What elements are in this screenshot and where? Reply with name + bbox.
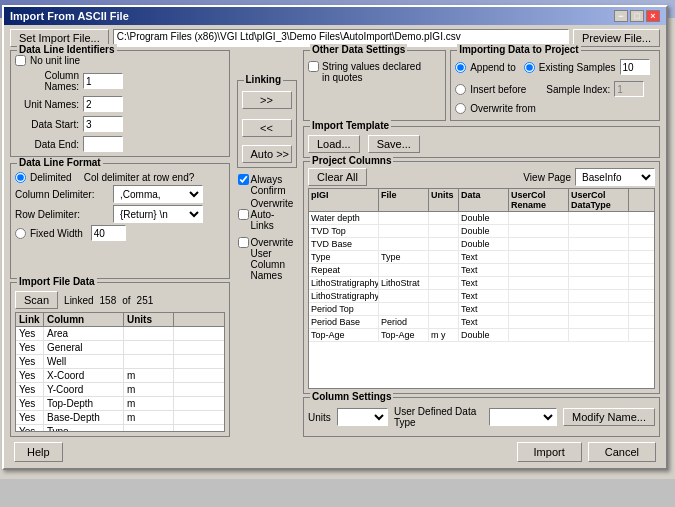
file-row-units: m xyxy=(124,383,174,396)
pcol-row-pigi: Period Top xyxy=(309,303,379,315)
file-table-row[interactable]: Yes X-Coord m xyxy=(16,369,224,383)
project-table-row[interactable]: Period Top Text xyxy=(309,303,654,316)
fixed-width-input[interactable] xyxy=(91,225,126,241)
row-delimiter-select[interactable]: {Return} \n xyxy=(113,205,203,223)
col-delimiter-end-label: Col delimiter at row end? xyxy=(84,172,195,183)
project-table-row[interactable]: Type Type Text xyxy=(309,251,654,264)
right-panel: Other Data Settings String values declar… xyxy=(303,50,660,437)
template-save-button[interactable]: Save... xyxy=(368,135,420,153)
pcol-row-data: Double xyxy=(459,329,509,341)
data-start-input[interactable] xyxy=(83,116,123,132)
string-values-checkbox[interactable] xyxy=(308,61,319,72)
link-button[interactable]: >> xyxy=(242,91,292,109)
project-table-row[interactable]: Top-Age Top-Age m y Double xyxy=(309,329,654,342)
pcol-row-units xyxy=(429,277,459,289)
pcol-row-units xyxy=(429,225,459,237)
modify-name-button[interactable]: Modify Name... xyxy=(563,408,655,426)
no-unit-line-row: No unit line xyxy=(15,55,225,66)
always-confirm-checkbox[interactable] xyxy=(238,174,249,185)
project-table-row[interactable]: Repeat Text xyxy=(309,264,654,277)
unlink-button[interactable]: << xyxy=(242,119,292,137)
existing-samples-input[interactable] xyxy=(620,59,650,75)
scan-button[interactable]: Scan xyxy=(15,291,58,309)
pcol-row-datatype xyxy=(569,277,629,289)
help-button[interactable]: Help xyxy=(14,442,63,462)
total-value: 251 xyxy=(137,295,154,306)
append-to-radio[interactable] xyxy=(455,62,466,73)
overwrite-from-radio[interactable] xyxy=(455,103,466,114)
pcol-row-data: Double xyxy=(459,212,509,224)
pcol-header-units: Units xyxy=(429,189,459,211)
linking-title: Linking xyxy=(244,74,284,85)
file-table-row[interactable]: Yes Y-Coord m xyxy=(16,383,224,397)
user-defined-select[interactable] xyxy=(489,408,557,426)
project-table-row[interactable]: LithoStratigraphy Base Text xyxy=(309,290,654,303)
delimited-radio[interactable] xyxy=(15,172,26,183)
append-to-label: Append to xyxy=(470,62,516,73)
clear-all-button[interactable]: Clear All xyxy=(308,168,367,186)
preview-file-button[interactable]: Preview File... xyxy=(573,29,660,47)
fixed-width-radio-row: Fixed Width xyxy=(15,225,225,241)
import-template-title: Import Template xyxy=(310,120,391,131)
file-row-column: Type xyxy=(44,425,124,432)
file-row-column: Well xyxy=(44,355,124,368)
pcol-row-datatype xyxy=(569,264,629,276)
auto-link-button[interactable]: Auto >> xyxy=(242,145,292,163)
pcol-row-rename xyxy=(509,290,569,302)
user-column-names-row: Overwrite User Column Names xyxy=(238,237,296,281)
pcol-row-file xyxy=(379,212,429,224)
file-row-units: m xyxy=(124,411,174,424)
in-quotes-label: in quotes xyxy=(322,72,421,83)
file-table-row[interactable]: Yes Area xyxy=(16,327,224,341)
project-columns-group: Project Columns Clear All View Page Base… xyxy=(303,161,660,394)
project-table-row[interactable]: Period Base Period Text xyxy=(309,316,654,329)
overwrite-from-row: Overwrite from xyxy=(455,103,655,114)
file-table-row[interactable]: Yes Type xyxy=(16,425,224,432)
sample-index-input[interactable] xyxy=(614,81,644,97)
project-table-row[interactable]: TVD Base Double xyxy=(309,238,654,251)
pcol-row-datatype xyxy=(569,290,629,302)
file-table-row[interactable]: Yes General xyxy=(16,341,224,355)
file-table-row[interactable]: Yes Base-Depth m xyxy=(16,411,224,425)
file-table-row[interactable]: Yes Well xyxy=(16,355,224,369)
unit-names-input[interactable] xyxy=(83,96,123,112)
project-table-body[interactable]: Water depth Double TVD Top Double TVD Ba… xyxy=(308,212,655,389)
overwrite-auto-links-checkbox[interactable] xyxy=(238,209,249,220)
pcol-row-units xyxy=(429,303,459,315)
pcol-row-rename xyxy=(509,329,569,341)
view-page-label: View Page xyxy=(523,172,571,183)
user-column-names-checkbox[interactable] xyxy=(238,237,249,248)
maximize-button[interactable]: □ xyxy=(630,10,644,22)
insert-before-radio[interactable] xyxy=(455,84,466,95)
delimited-label: Delimited xyxy=(30,172,72,183)
minimize-button[interactable]: − xyxy=(614,10,628,22)
column-delimiter-label: Column Delimiter: xyxy=(15,189,110,200)
file-row-column: General xyxy=(44,341,124,354)
units-select[interactable] xyxy=(337,408,388,426)
data-end-input[interactable] xyxy=(83,136,123,152)
fixed-width-label: Fixed Width xyxy=(30,228,83,239)
existing-samples-radio[interactable] xyxy=(524,62,535,73)
column-names-input[interactable] xyxy=(83,73,123,89)
close-button[interactable]: × xyxy=(646,10,660,22)
fixed-width-radio[interactable] xyxy=(15,228,26,239)
pcol-row-datatype xyxy=(569,225,629,237)
project-table-row[interactable]: LithoStratigraphy Top LithoStrat Text xyxy=(309,277,654,290)
column-delimiter-select[interactable]: ,Comma, xyxy=(113,185,203,203)
pcol-row-data: Text xyxy=(459,290,509,302)
template-load-button[interactable]: Load... xyxy=(308,135,360,153)
column-settings-row: Units User Defined Data Type Modify Name… xyxy=(308,406,655,428)
project-table-row[interactable]: Water depth Double xyxy=(309,212,654,225)
file-row-column: X-Coord xyxy=(44,369,124,382)
pcol-row-data: Text xyxy=(459,277,509,289)
pcol-row-units xyxy=(429,316,459,328)
cancel-button[interactable]: Cancel xyxy=(588,442,656,462)
file-table-body[interactable]: Yes Area Yes General Yes Well Yes X-Coor… xyxy=(15,327,225,432)
no-unit-line-checkbox[interactable] xyxy=(15,55,26,66)
pcol-row-pigi: LithoStratigraphy Base xyxy=(309,290,379,302)
file-table-row[interactable]: Yes Top-Depth m xyxy=(16,397,224,411)
view-page-select[interactable]: BaseInfo xyxy=(575,168,655,186)
import-button[interactable]: Import xyxy=(517,442,582,462)
overwrite-auto-links-row: Overwrite Auto-Links xyxy=(238,198,296,231)
project-table-row[interactable]: TVD Top Double xyxy=(309,225,654,238)
